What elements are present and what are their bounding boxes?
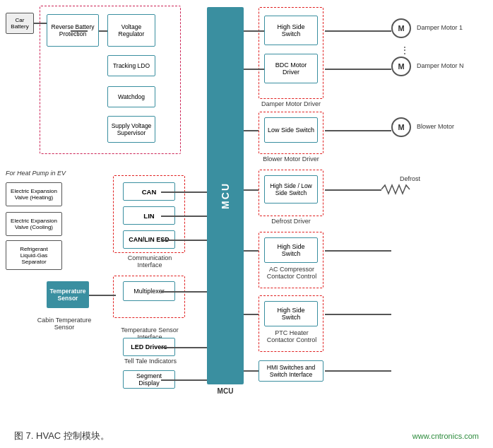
footer-url: www.cntronics.com — [412, 432, 479, 440]
conn-lin — [161, 216, 207, 217]
damper-motor-1-label: Damper Motor 1 — [417, 24, 463, 31]
conn-damper1 — [244, 30, 264, 32]
car-battery: Car Battery — [6, 13, 34, 34]
voltage-regulator-box: Voltage Regulator — [107, 14, 155, 47]
high-side-switch3-box: High Side Switch — [264, 301, 318, 326]
conn-hmi — [244, 370, 259, 372]
damper-motor-n-label: Damper Motor N — [417, 62, 464, 69]
conn-blower — [244, 130, 259, 131]
motor-circle-blower: M — [391, 117, 411, 137]
motor-circle-1: M — [391, 18, 411, 38]
refrigerant-box: Refrigerant Liquid-Gas Separator — [6, 240, 62, 270]
tell-tale-label: Tell Tale Indicators — [114, 358, 186, 365]
conn-dampern — [244, 69, 264, 70]
conn-seg — [161, 379, 207, 381]
conn-rv-to-vr — [99, 30, 107, 32]
mcu-block: MCU — [207, 7, 244, 384]
blower-motor-label: Blower Motor — [417, 123, 454, 130]
diagram-container: Car Battery Reverse Battery Protection V… — [0, 0, 493, 424]
high-low-side-box: High Side / Low Side Switch — [264, 175, 318, 204]
bdc-motor-box: BDC Motor Driver — [264, 54, 318, 83]
line-blower — [325, 130, 391, 131]
line-defrost — [325, 189, 381, 191]
defrost-right-label: Defrost — [400, 175, 420, 182]
conn-can — [161, 191, 207, 193]
ac-label: AC Compressor Contactor Control — [257, 266, 326, 280]
line-ptc — [325, 314, 391, 315]
line-ac — [325, 250, 391, 252]
tracking-ldo-box: Tracking LDO — [107, 55, 155, 76]
conn-ac — [244, 250, 259, 252]
line-dampern — [325, 69, 391, 70]
electric-expansion-heat-box: Electric Expansion Valve (Heating) — [6, 182, 62, 206]
damper-driver-label: Damper Motor Driver — [259, 100, 323, 107]
conn-cab-temp — [89, 295, 116, 296]
watchdog-box: Watchdog — [107, 86, 155, 107]
conn-defrost — [244, 189, 259, 191]
line-hmi — [325, 370, 391, 372]
footer: 图 7. HVAC 控制模块。 www.cntronics.com — [0, 430, 493, 442]
line-damper1 — [325, 30, 391, 32]
conn-canesd — [161, 240, 207, 241]
heat-pump-label: For Heat Pump in EV — [6, 170, 66, 177]
hmi-box: HMI Switches and Switch Interface — [259, 360, 323, 382]
conn-rev-bat — [71, 30, 88, 32]
electric-expansion-cool-box: Electric Expansion Valve (Cooling) — [6, 212, 62, 236]
cabin-temp-label: Cabin Temperature Sensor — [32, 310, 96, 331]
low-side-switch-box: Low Side Switch — [264, 117, 318, 143]
defrost-label: Defrost Driver — [259, 218, 323, 225]
high-side-switch2-box: High Side Switch — [264, 237, 318, 263]
conn-mult — [161, 291, 207, 293]
conn-led — [161, 347, 207, 348]
blower-label: Blower Motor Driver — [259, 155, 323, 163]
motor-circle-n: M — [391, 57, 411, 76]
high-side-switch1-box: High Side Switch — [264, 16, 318, 45]
ptc-label: PTC Heater Contactor Control — [257, 329, 326, 343]
supply-voltage-box: Supply Voltage Supervisor — [107, 116, 155, 143]
damper-dots: ⋮ — [400, 45, 410, 55]
footer-title: 图 7. HVAC 控制模块。 — [14, 430, 109, 442]
conn-ptc — [244, 314, 259, 315]
mcu-label-bottom: MCU — [210, 387, 240, 395]
car-battery-label: Car Battery — [11, 17, 28, 30]
temp-sensor-teal-box: Temperature Sensor — [47, 281, 89, 308]
defrost-zigzag — [381, 182, 424, 196]
comm-interface-label: Communication Interface — [114, 254, 185, 269]
